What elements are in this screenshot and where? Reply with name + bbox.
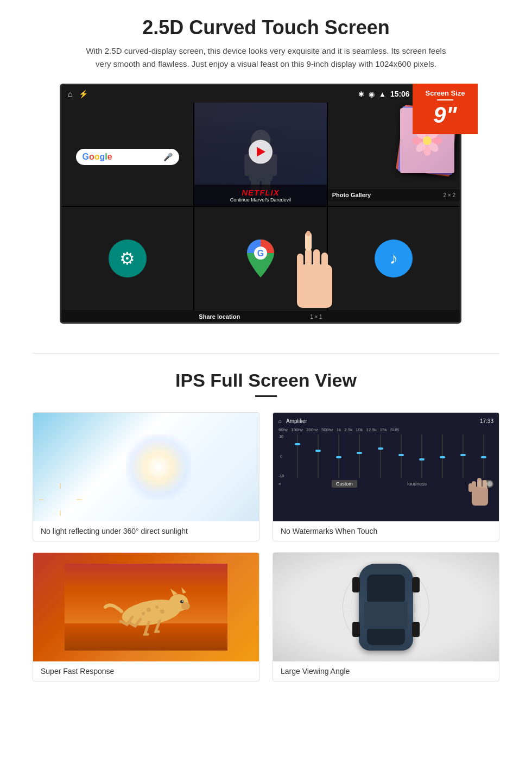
eq-slider-7[interactable]	[412, 434, 432, 478]
equalizer-caption: No Watermarks When Touch	[273, 521, 499, 541]
svg-text:G: G	[257, 249, 264, 258]
car-wheel-rear-right	[412, 622, 420, 637]
music-icon-circle: ♪	[375, 239, 413, 277]
gallery-label-bar: Photo Gallery 2 × 2	[328, 188, 460, 201]
section-ips: IPS Full Screen View No light reflecting…	[0, 370, 532, 698]
gallery-label: Photo Gallery	[332, 192, 371, 198]
netflix-logo: NETFLIX	[199, 188, 322, 197]
eq-hand-icon	[461, 470, 493, 516]
gallery-size: 2 × 2	[443, 192, 455, 198]
sunlight-caption: No light reflecting under 360° direct su…	[33, 521, 259, 541]
status-bar-left: ⌂ ⚡	[68, 90, 88, 98]
home-icon-eq: ⌂	[278, 418, 282, 424]
eq-custom-button[interactable]: Custom	[332, 480, 357, 488]
cheetah-caption: Super Fast Response	[33, 661, 259, 681]
eq-loudness-label: loudness	[407, 481, 427, 487]
google-cell-content: Google 🎤	[61, 103, 193, 206]
eq-slider-1[interactable]	[288, 434, 307, 478]
svg-rect-31	[477, 478, 482, 490]
section1-description: With 2.5D curved-display screen, this de…	[81, 45, 451, 71]
section-curved-screen: 2.5D Curved Touch Screen With 2.5D curve…	[0, 0, 532, 337]
eq-handle-1	[295, 443, 300, 445]
netflix-subtitle: Continue Marvel's Daredevil	[199, 197, 322, 203]
app-grid: Google 🎤 Google 3 × 1	[61, 103, 460, 310]
car-wheel-rear-left	[352, 622, 360, 637]
eq-handle-4	[357, 452, 362, 454]
car-caption: Large Viewing Angle	[273, 661, 499, 681]
svg-rect-19	[297, 254, 303, 275]
section1-title: 2.5D Curved Touch Screen	[33, 16, 499, 39]
car-image	[273, 553, 499, 661]
music-note-icon: ♪	[390, 249, 398, 268]
eq-handle-2	[315, 450, 321, 452]
svg-point-43	[147, 608, 151, 612]
svg-point-24	[306, 231, 311, 236]
eq-header: ⌂ Amplifier 17:33	[278, 418, 493, 424]
badge-divider	[437, 99, 453, 100]
car-container	[359, 564, 413, 651]
status-bar: ⌂ ⚡ ✱ ◉ ▲ 15:06 ⊡ ◁) ✕ ▭	[61, 85, 460, 103]
eq-slider-3[interactable]	[329, 434, 349, 478]
wifi-icon: ▲	[379, 90, 386, 98]
section-divider	[33, 353, 499, 354]
play-button[interactable]	[249, 140, 273, 164]
eq-handle-7	[419, 458, 425, 460]
svg-point-41	[180, 600, 183, 603]
google-search-bar[interactable]: Google 🎤	[76, 149, 179, 165]
car-roof	[364, 602, 408, 629]
share-location-cell[interactable]: G	[194, 207, 326, 310]
svg-point-15	[423, 136, 432, 145]
netflix-cell[interactable]: NETFLIX Continue Marvel's Daredevil Netf…	[194, 103, 326, 206]
cheetah-svg	[65, 564, 227, 651]
eq-handle-6	[398, 454, 404, 456]
car-top-view	[359, 564, 413, 651]
section2-title: IPS Full Screen View	[33, 370, 499, 391]
eq-slider-4[interactable]	[350, 434, 369, 478]
eq-prev-icon[interactable]: «	[278, 481, 281, 487]
feature-grid: No light reflecting under 360° direct su…	[33, 412, 499, 682]
cheetah-image	[33, 553, 259, 661]
netflix-cell-content: NETFLIX Continue Marvel's Daredevil	[194, 103, 326, 206]
eq-slider-8[interactable]	[433, 434, 452, 478]
svg-point-38	[181, 602, 190, 610]
maps-icon: G	[244, 239, 277, 277]
sunlight-image	[33, 413, 259, 521]
device-frame: ⌂ ⚡ ✱ ◉ ▲ 15:06 ⊡ ◁) ✕ ▭	[60, 84, 461, 324]
eq-slider-2[interactable]	[308, 434, 328, 478]
eq-handle-3	[336, 456, 341, 458]
feature-card-cheetah: Super Fast Response	[33, 552, 259, 682]
car-wheel-front-left	[352, 577, 360, 592]
svg-point-45	[142, 612, 145, 615]
usb-icon: ⚡	[79, 90, 88, 98]
car-windshield	[367, 575, 405, 602]
gear-icon: ⚙	[119, 248, 135, 269]
badge-label: Screen Size	[417, 89, 473, 97]
home-icon[interactable]: ⌂	[68, 90, 72, 98]
google-mic-icon[interactable]: 🎤	[163, 153, 173, 161]
sun-rays-icon	[39, 483, 82, 516]
eq-slider-5[interactable]	[371, 434, 390, 478]
sunlight-burst	[126, 434, 191, 500]
eq-handle-9	[460, 454, 466, 456]
settings-icon-circle: ⚙	[109, 239, 147, 277]
eq-slider-6[interactable]	[391, 434, 411, 478]
eq-handle-5	[378, 447, 383, 450]
under-title-bar	[255, 395, 277, 397]
eq-handle-8	[440, 456, 445, 458]
car-rear-window	[367, 629, 405, 645]
svg-rect-33	[468, 483, 473, 492]
equalizer-image: ⌂ Amplifier 17:33 60hz100hz200hz500hz1k2…	[273, 413, 499, 521]
svg-rect-22	[321, 253, 328, 273]
badge-size: 9"	[433, 102, 457, 128]
device-wrapper: Screen Size 9" ⌂ ⚡ ✱ ◉ ▲ 15:06 ⊡ ◁) ✕	[60, 84, 472, 324]
svg-rect-21	[313, 249, 320, 273]
svg-rect-32	[483, 480, 487, 490]
netflix-overlay: NETFLIX Continue Marvel's Daredevil	[194, 185, 326, 206]
svg-point-46	[160, 609, 164, 614]
google-cell[interactable]: Google 🎤 Google 3 × 1	[61, 103, 193, 206]
bluetooth-icon: ✱	[358, 90, 364, 98]
feature-card-equalizer: ⌂ Amplifier 17:33 60hz100hz200hz500hz1k2…	[273, 412, 499, 541]
eq-time: 17:33	[480, 418, 493, 424]
play-triangle-icon	[257, 147, 265, 157]
settings-cell[interactable]: ⚙ Settings shortcut 1 × 1	[61, 207, 193, 310]
